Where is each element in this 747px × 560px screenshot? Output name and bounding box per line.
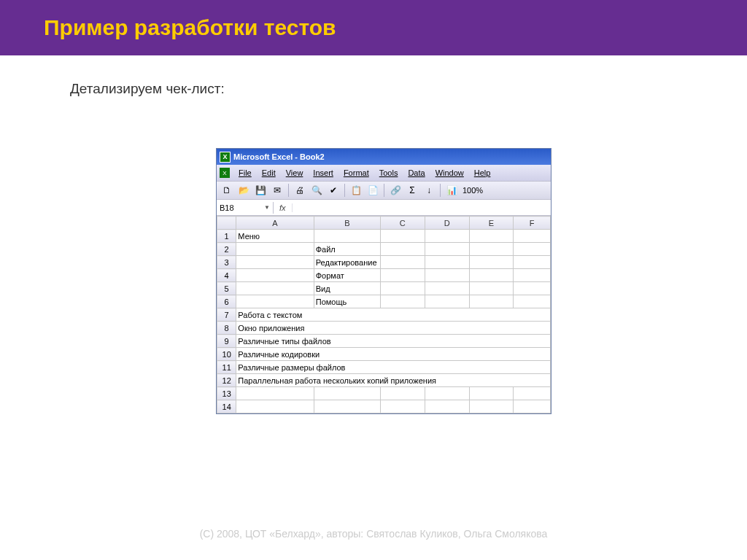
- cell[interactable]: [425, 269, 469, 282]
- cell[interactable]: [236, 282, 314, 295]
- row-header[interactable]: 9: [217, 335, 236, 348]
- cell[interactable]: [236, 400, 314, 413]
- menu-format[interactable]: Format: [339, 167, 374, 179]
- cell[interactable]: Параллельная работа нескольких копий при…: [236, 374, 551, 387]
- cell[interactable]: [514, 282, 551, 295]
- cell[interactable]: Файл: [314, 243, 380, 256]
- cell[interactable]: [314, 230, 380, 243]
- spreadsheet-grid[interactable]: A B C D E F 1Меню2Файл3Редактирование4Фо…: [217, 216, 551, 413]
- cell[interactable]: [514, 230, 551, 243]
- copy-icon[interactable]: 📋: [349, 183, 363, 198]
- save-icon[interactable]: 💾: [253, 183, 268, 198]
- cell[interactable]: [425, 400, 469, 413]
- zoom-level[interactable]: 100%: [461, 186, 484, 195]
- corner-cell[interactable]: [217, 217, 236, 230]
- col-header-f[interactable]: F: [514, 217, 551, 230]
- cell[interactable]: [236, 243, 314, 256]
- cell[interactable]: [380, 400, 425, 413]
- cell[interactable]: [425, 387, 469, 400]
- row-header[interactable]: 4: [217, 269, 236, 282]
- row-header[interactable]: 3: [217, 256, 236, 269]
- cell[interactable]: [514, 387, 551, 400]
- cell[interactable]: [236, 295, 314, 308]
- row-header[interactable]: 7: [217, 308, 236, 322]
- cell[interactable]: Меню: [236, 230, 314, 243]
- row-header[interactable]: 1: [217, 230, 236, 243]
- col-header-a[interactable]: A: [236, 217, 314, 230]
- hyperlink-icon[interactable]: 🔗: [388, 183, 403, 198]
- col-header-e[interactable]: E: [469, 217, 514, 230]
- formula-input[interactable]: [293, 206, 551, 209]
- cell[interactable]: [469, 269, 514, 282]
- cell[interactable]: Работа с текстом: [236, 308, 551, 322]
- row-header[interactable]: 11: [217, 361, 236, 374]
- cell[interactable]: [514, 400, 551, 413]
- row-header[interactable]: 8: [217, 322, 236, 335]
- menu-window[interactable]: Window: [431, 167, 468, 179]
- row-header[interactable]: 2: [217, 243, 236, 256]
- row-header[interactable]: 10: [217, 348, 236, 361]
- menu-tools[interactable]: Tools: [375, 167, 403, 179]
- window-titlebar[interactable]: X Microsoft Excel - Book2: [217, 149, 551, 165]
- col-header-b[interactable]: B: [314, 217, 380, 230]
- cell[interactable]: [469, 387, 514, 400]
- cell[interactable]: [314, 387, 380, 400]
- fx-label[interactable]: fx: [274, 203, 293, 212]
- print-icon[interactable]: 🖨: [293, 183, 307, 198]
- cell[interactable]: [425, 295, 469, 308]
- name-box[interactable]: B18 ▼: [217, 202, 274, 214]
- autosum-icon[interactable]: Σ: [405, 183, 419, 198]
- cell[interactable]: Различные кодировки: [236, 348, 551, 361]
- cell[interactable]: Помощь: [314, 295, 380, 308]
- cell[interactable]: Редактирование: [314, 256, 380, 269]
- cell[interactable]: [380, 243, 425, 256]
- cell[interactable]: [469, 295, 514, 308]
- col-header-d[interactable]: D: [425, 217, 469, 230]
- cell[interactable]: [380, 295, 425, 308]
- row-header[interactable]: 5: [217, 282, 236, 295]
- cell[interactable]: [236, 256, 314, 269]
- menu-edit[interactable]: Edit: [258, 167, 280, 179]
- cell[interactable]: [469, 243, 514, 256]
- menu-insert[interactable]: Insert: [309, 167, 338, 179]
- cell[interactable]: [514, 256, 551, 269]
- cell[interactable]: Различные типы файлов: [236, 335, 551, 348]
- cell[interactable]: [380, 256, 425, 269]
- cell[interactable]: [314, 400, 380, 413]
- menu-file[interactable]: File: [234, 167, 256, 179]
- cell[interactable]: [469, 230, 514, 243]
- row-header[interactable]: 6: [217, 295, 236, 308]
- cell[interactable]: [425, 282, 469, 295]
- cell[interactable]: [236, 269, 314, 282]
- cell[interactable]: Различные размеры файлов: [236, 361, 551, 374]
- chart-icon[interactable]: 📊: [444, 183, 459, 198]
- row-header[interactable]: 12: [217, 374, 236, 387]
- excel-doc-icon[interactable]: X: [220, 168, 230, 178]
- cell[interactable]: [425, 256, 469, 269]
- menu-help[interactable]: Help: [470, 167, 495, 179]
- new-file-icon[interactable]: 🗋: [220, 183, 234, 198]
- cell[interactable]: [380, 387, 425, 400]
- cell[interactable]: [514, 243, 551, 256]
- cell[interactable]: Окно приложения: [236, 322, 551, 335]
- dropdown-icon[interactable]: ▼: [264, 204, 270, 211]
- cell[interactable]: [380, 269, 425, 282]
- email-icon[interactable]: ✉: [270, 183, 285, 198]
- cell[interactable]: Вид: [314, 282, 380, 295]
- cell[interactable]: [380, 282, 425, 295]
- open-icon[interactable]: 📂: [236, 183, 251, 198]
- cell[interactable]: [514, 269, 551, 282]
- cell[interactable]: [469, 282, 514, 295]
- col-header-c[interactable]: C: [380, 217, 425, 230]
- cell[interactable]: Формат: [314, 269, 380, 282]
- cell[interactable]: [425, 230, 469, 243]
- cell[interactable]: [469, 256, 514, 269]
- cell[interactable]: [380, 230, 425, 243]
- cell[interactable]: [425, 243, 469, 256]
- row-header[interactable]: 14: [217, 400, 236, 413]
- paste-icon[interactable]: 📄: [365, 183, 380, 198]
- cell[interactable]: [236, 387, 314, 400]
- menu-data[interactable]: Data: [403, 167, 429, 179]
- cell[interactable]: [514, 295, 551, 308]
- menu-view[interactable]: View: [282, 167, 308, 179]
